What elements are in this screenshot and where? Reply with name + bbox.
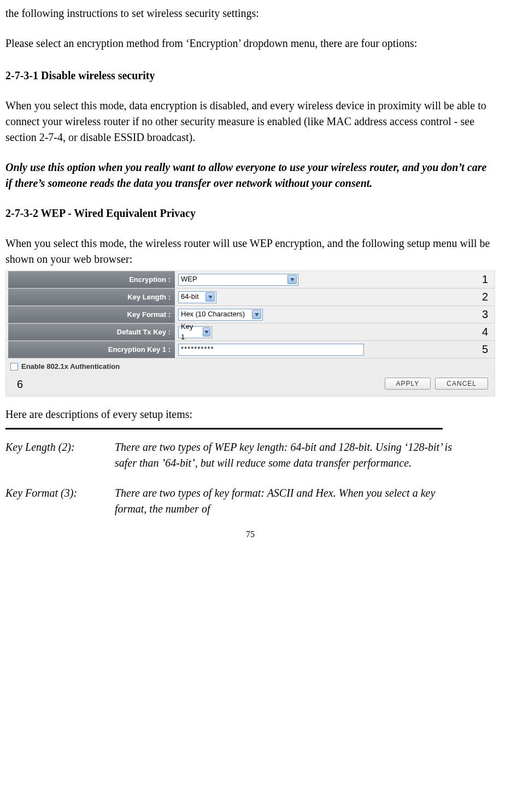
label-encryption: Encryption :	[8, 271, 175, 288]
chevron-down-icon[interactable]	[252, 310, 261, 319]
callout-4: 4	[482, 324, 488, 340]
row-encryption-key-1: Encryption Key 1 : ********** 5	[6, 341, 495, 358]
apply-button[interactable]: APPLY	[385, 378, 431, 390]
callout-2: 2	[482, 289, 488, 305]
def-term-key-format: Key Format (3):	[5, 485, 115, 517]
row-default-tx-key: Default Tx Key : Key 1 4	[6, 323, 495, 341]
divider	[5, 428, 443, 429]
wep-paragraph: When you select this mode, the wireless …	[5, 236, 495, 267]
page-number: 75	[5, 528, 495, 540]
enable-8021x-checkbox[interactable]	[10, 363, 18, 370]
key-format-select[interactable]: Hex (10 Characters)	[178, 309, 263, 321]
enable-8021x-label: Enable 802.1x Authentication	[21, 362, 120, 372]
chevron-down-icon[interactable]	[203, 327, 210, 337]
default-tx-key-select[interactable]: Key 1	[178, 326, 212, 338]
row-encryption: Encryption : WEP 1	[6, 271, 495, 289]
encryption-select[interactable]: WEP	[178, 274, 298, 286]
warning-paragraph: Only use this option when you really wan…	[5, 160, 495, 191]
row-key-length: Key Length : 64-bit 2	[6, 289, 495, 306]
descriptions-caption: Here are descriptions of every setup ite…	[5, 407, 495, 422]
wep-settings-screenshot: Encryption : WEP 1 Key Length : 64-bit 2…	[5, 270, 495, 397]
label-encryption-key-1: Encryption Key 1 :	[8, 341, 175, 358]
callout-1: 1	[482, 272, 488, 287]
intro-paragraph-2: Please select an encryption method from …	[5, 36, 495, 51]
def-desc-key-length: There are two types of WEP key length: 6…	[115, 439, 495, 471]
disable-security-paragraph: When you select this mode, data encrypti…	[5, 98, 495, 145]
def-desc-key-format: There are two types of key format: ASCII…	[115, 485, 495, 517]
encryption-value: WEP	[181, 274, 203, 285]
callout-6: 6	[17, 376, 23, 392]
label-key-format: Key Format :	[8, 306, 175, 323]
encryption-key-input[interactable]: **********	[178, 344, 364, 356]
chevron-down-icon[interactable]	[205, 292, 215, 302]
heading-disable-security: 2-7-3-1 Disable wireless security	[5, 68, 495, 84]
key-length-select[interactable]: 64-bit	[178, 291, 216, 303]
intro-fragment: the following instructions to set wirele…	[5, 5, 495, 21]
cancel-button[interactable]: CANCEL	[435, 378, 488, 390]
label-key-length: Key Length :	[8, 289, 175, 305]
callout-5: 5	[482, 342, 488, 357]
default-tx-key-value: Key 1	[181, 322, 202, 343]
key-format-value: Hex (10 Characters)	[181, 309, 250, 320]
heading-wep: 2-7-3-2 WEP - Wired Equivalent Privacy	[5, 205, 495, 221]
label-default-tx-key: Default Tx Key :	[8, 323, 175, 340]
key-length-value: 64-bit	[181, 292, 204, 302]
definition-key-length: Key Length (2): There are two types of W…	[5, 439, 495, 471]
callout-3: 3	[482, 307, 488, 322]
chevron-down-icon[interactable]	[287, 275, 297, 284]
row-key-format: Key Format : Hex (10 Characters) 3	[6, 306, 495, 323]
button-row: 6 APPLY CANCEL	[6, 375, 495, 392]
definition-key-format: Key Format (3): There are two types of k…	[5, 485, 495, 517]
def-term-key-length: Key Length (2):	[5, 439, 115, 471]
enable-8021x-row: Enable 802.1x Authentication	[6, 358, 495, 375]
